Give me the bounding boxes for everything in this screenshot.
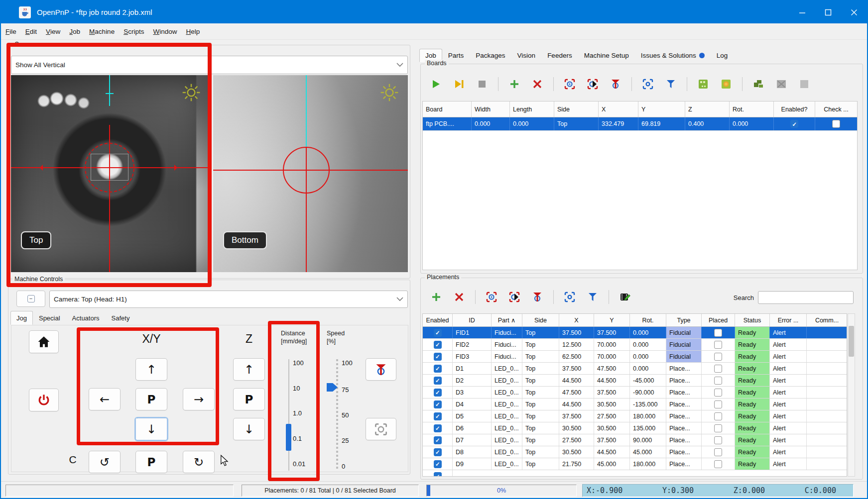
enabled-checkbox[interactable] xyxy=(434,377,442,385)
column-header[interactable]: Rot. xyxy=(730,101,774,117)
jog-x-minus-button[interactable]: ← xyxy=(89,388,121,410)
vertical-scrollbar[interactable] xyxy=(848,313,855,477)
add-placement-button[interactable] xyxy=(427,288,446,306)
placement-row[interactable]: D1 LED_0... Top 37.500 47.500 0.000 Plac… xyxy=(423,363,847,375)
play-button[interactable] xyxy=(427,75,446,93)
placed-checkbox[interactable] xyxy=(714,365,722,373)
stop-button[interactable] xyxy=(473,75,492,93)
column-header[interactable]: Side xyxy=(554,101,599,117)
column-header[interactable]: X xyxy=(599,101,638,117)
menu-item[interactable]: Machine xyxy=(85,23,119,39)
placed-checkbox[interactable] xyxy=(714,389,722,397)
maximize-button[interactable] xyxy=(815,1,841,23)
capture-location-button[interactable] xyxy=(638,75,657,93)
placed-checkbox[interactable] xyxy=(714,353,722,361)
placed-checkbox[interactable] xyxy=(714,460,722,468)
capture-location-button[interactable] xyxy=(560,288,579,306)
home-button[interactable] xyxy=(29,330,59,353)
camera-layout-select[interactable]: Show All Vertical xyxy=(11,56,408,74)
column-header[interactable]: Length xyxy=(510,101,554,117)
column-header[interactable]: Check ... xyxy=(815,101,857,117)
check-fiducials-checkbox[interactable] xyxy=(832,120,840,128)
scrollbar-thumb[interactable] xyxy=(849,326,854,357)
move-camera-to-location-button[interactable] xyxy=(528,288,547,306)
placed-checkbox[interactable] xyxy=(714,341,722,349)
enabled-checkbox[interactable] xyxy=(790,120,798,128)
column-header[interactable]: Enabled? xyxy=(774,101,815,117)
placed-checkbox[interactable] xyxy=(714,448,722,456)
jog-y-minus-button[interactable]: ↓ xyxy=(135,418,167,440)
board-disabled-button[interactable] xyxy=(772,75,791,93)
enabled-checkbox[interactable] xyxy=(434,424,442,432)
placement-row[interactable]: D5 LED_0... Top 37.500 27.500 180.000 Pl… xyxy=(423,410,847,422)
placement-row[interactable]: D8 LED_0... Top 30.500 44.500 45.000 Pla… xyxy=(423,446,847,458)
distance-slider[interactable]: 100101.00.10.01 xyxy=(281,325,326,473)
step-button[interactable] xyxy=(450,75,469,93)
enabled-checkbox[interactable] xyxy=(434,472,442,477)
column-header[interactable]: Rot. xyxy=(630,314,666,326)
camera-view-top[interactable]: Top xyxy=(11,75,210,272)
add-board-button[interactable] xyxy=(505,75,524,93)
minimize-button[interactable] xyxy=(789,1,815,23)
enabled-checkbox[interactable] xyxy=(434,436,442,444)
speed-slider[interactable]: 1007550250 xyxy=(327,325,362,473)
position-z-button[interactable]: P xyxy=(233,388,265,410)
placeholder-disabled-button[interactable] xyxy=(795,75,814,93)
menu-item[interactable]: File xyxy=(1,23,21,39)
column-header[interactable]: Type xyxy=(666,314,702,326)
tab[interactable]: Special xyxy=(33,311,66,325)
column-header[interactable]: Enabled xyxy=(423,314,453,326)
jog-z-minus-button[interactable]: ↓ xyxy=(233,418,265,440)
enabled-checkbox[interactable] xyxy=(434,365,442,373)
tab[interactable]: Jog xyxy=(10,311,33,325)
jog-y-plus-button[interactable]: ↑ xyxy=(135,358,167,381)
tab[interactable]: Log xyxy=(711,49,734,62)
menu-item[interactable]: Edit xyxy=(21,23,41,39)
position-c-button[interactable]: P xyxy=(135,451,167,473)
enabled-checkbox[interactable] xyxy=(434,400,442,408)
tab[interactable]: Packages xyxy=(470,49,511,62)
remove-board-button[interactable] xyxy=(528,75,547,93)
placed-checkbox[interactable] xyxy=(714,412,722,420)
placement-row[interactable]: D9 LED_0... Top 21.750 45.000 180.000 Pl… xyxy=(423,458,847,470)
column-header[interactable]: Part ∧ xyxy=(492,314,522,326)
enabled-checkbox[interactable] xyxy=(434,460,442,468)
placement-row[interactable]: FID1 Fiduci... Top 37.500 37.500 0.000 F… xyxy=(423,327,847,339)
placed-checkbox[interactable] xyxy=(714,377,722,385)
tab[interactable]: Actuators xyxy=(66,311,106,325)
placed-checkbox[interactable] xyxy=(714,436,722,444)
capture-camera-location-button[interactable] xyxy=(482,288,501,306)
close-button[interactable] xyxy=(841,1,867,23)
fiducial-check-button[interactable] xyxy=(717,75,736,93)
enabled-checkbox[interactable] xyxy=(434,329,442,337)
column-header[interactable]: Error ... xyxy=(770,314,807,326)
new-board-button[interactable] xyxy=(694,75,713,93)
capture-location-button[interactable] xyxy=(366,418,396,440)
tab[interactable]: Machine Setup xyxy=(578,49,635,62)
placed-checkbox[interactable] xyxy=(714,424,722,432)
table-row-partial[interactable] xyxy=(423,470,847,477)
menu-item[interactable]: Scripts xyxy=(119,23,148,39)
column-header[interactable]: Y xyxy=(638,101,685,117)
panelize-button[interactable] xyxy=(749,75,768,93)
jog-c-cw-button[interactable]: ↻ xyxy=(183,451,215,473)
jog-c-ccw-button[interactable]: ↺ xyxy=(89,451,121,473)
search-input[interactable] xyxy=(758,291,854,304)
board-row[interactable]: ftp PCB.... 0.000 0.000 Top 332.479 69.8… xyxy=(423,117,857,131)
camera-view-bottom[interactable]: Bottom xyxy=(213,75,408,272)
placement-row[interactable]: FID3 Fiduci... Top 62.500 70.000 0.000 F… xyxy=(423,351,847,363)
capture-tool-location-button[interactable] xyxy=(583,75,602,93)
tab[interactable]: Issues & Solutions xyxy=(635,49,711,62)
menu-item[interactable]: View xyxy=(41,23,65,39)
column-header[interactable]: Side xyxy=(522,314,559,326)
column-header[interactable]: Placed xyxy=(702,314,735,326)
column-header[interactable]: X xyxy=(559,314,594,326)
placement-row[interactable]: D3 LED_0... Top 47.500 37.500 -90.000 Pl… xyxy=(423,387,847,399)
tab[interactable]: Vision xyxy=(511,49,542,62)
placed-checkbox[interactable] xyxy=(714,400,722,408)
enabled-checkbox[interactable] xyxy=(434,412,442,420)
placed-checkbox[interactable] xyxy=(714,329,722,337)
column-header[interactable]: ID xyxy=(453,314,492,326)
enabled-checkbox[interactable] xyxy=(434,341,442,349)
placement-row[interactable]: D4 LED_0... Top 44.500 30.500 -135.000 P… xyxy=(423,399,847,410)
